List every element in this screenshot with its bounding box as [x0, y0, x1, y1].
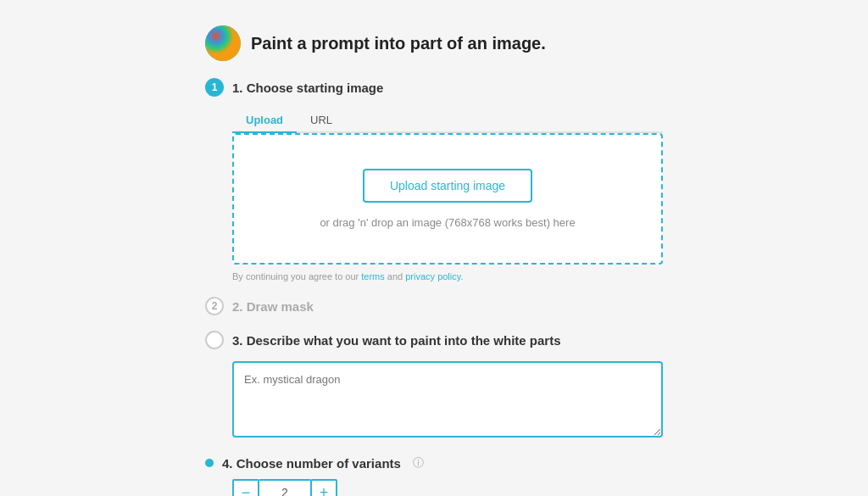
- variants-minus-button[interactable]: −: [232, 479, 259, 496]
- page-container: Paint a prompt into part of an image. 1 …: [0, 0, 868, 496]
- step4-section: 4. Choose number of variants ⓘ − +: [205, 455, 663, 496]
- step3-section: 3. Describe what you want to paint into …: [205, 331, 663, 440]
- terms-link[interactable]: terms: [361, 271, 385, 281]
- terms-text: By continuing you agree to our terms and…: [232, 271, 663, 281]
- step2-section: 2 2. Draw mask: [205, 297, 663, 315]
- tab-upload[interactable]: Upload: [232, 109, 297, 133]
- step3-header: 3. Describe what you want to paint into …: [205, 331, 663, 349]
- step4-header: 4. Choose number of variants ⓘ: [205, 455, 663, 471]
- upload-hint-text: or drag 'n' drop an image (768x768 works…: [251, 216, 644, 229]
- variants-controls: − +: [232, 479, 663, 496]
- image-source-tabs: Upload URL: [232, 109, 663, 133]
- step3-content: [232, 361, 663, 440]
- avatar: [205, 25, 241, 61]
- upload-dropzone[interactable]: Upload starting image or drag 'n' drop a…: [232, 133, 663, 265]
- page-title: Paint a prompt into part of an image.: [251, 34, 546, 53]
- step3-title: 3. Describe what you want to paint into …: [232, 333, 561, 348]
- step3-number: [205, 331, 224, 349]
- svg-point-0: [205, 25, 241, 61]
- tab-url[interactable]: URL: [297, 109, 346, 133]
- step1-section: 1 1. Choose starting image Upload URL Up…: [205, 78, 663, 281]
- page-header: Paint a prompt into part of an image.: [205, 25, 663, 61]
- step2-header: 2 2. Draw mask: [205, 297, 663, 315]
- variants-value-input[interactable]: [259, 479, 310, 496]
- step2-number: 2: [205, 297, 224, 315]
- step1-number: 1: [205, 78, 224, 97]
- step2-title: 2. Draw mask: [232, 299, 314, 314]
- content-wrapper: Paint a prompt into part of an image. 1 …: [205, 17, 663, 496]
- privacy-link[interactable]: privacy policy.: [405, 271, 463, 281]
- upload-starting-image-button[interactable]: Upload starting image: [363, 169, 532, 203]
- describe-prompt-input[interactable]: [232, 361, 663, 437]
- step1-title: 1. Choose starting image: [232, 81, 383, 95]
- step1-content: Upload URL Upload starting image or drag…: [232, 109, 663, 281]
- variants-plus-button[interactable]: +: [310, 479, 337, 496]
- step4-dot: [205, 459, 214, 467]
- info-icon[interactable]: ⓘ: [413, 455, 424, 471]
- step1-header: 1 1. Choose starting image: [205, 78, 663, 97]
- step4-title: 4. Choose number of variants: [222, 456, 401, 471]
